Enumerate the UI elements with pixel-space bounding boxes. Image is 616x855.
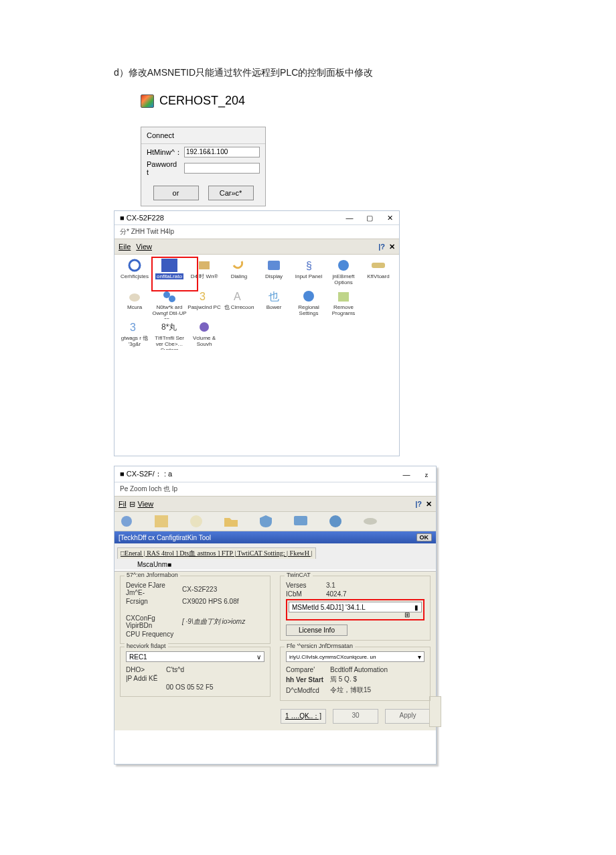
- cp-item[interactable]: 3Pasjwclnd PC: [187, 289, 222, 319]
- host-input[interactable]: 192.16&1.100: [184, 147, 260, 157]
- license-info-button[interactable]: License Info: [286, 624, 348, 636]
- cp-window-title: ■ CX-52F228: [120, 214, 164, 222]
- help-icon[interactable]: |?: [378, 243, 385, 251]
- cp-menustrip: 分* ZHH Twit H4lp: [114, 225, 399, 239]
- dialog-button-row: 1 ….QK..：] 30 Apply: [120, 709, 431, 724]
- svg-rect-5: [372, 263, 385, 268]
- close-button[interactable]: ✕: [386, 214, 394, 222]
- cerhost-icon: [141, 94, 154, 108]
- cp-item[interactable]: Dialing: [222, 259, 256, 288]
- dlg-apply-button[interactable]: Apply: [385, 709, 431, 724]
- amsnetid-highlight: MSMetId 5.4DJ1] '34.1.L ▮ ⊞: [286, 599, 425, 620]
- cp-item[interactable]: 8*丸TIfITrnfli Ser ver Cbe>… System: [152, 320, 187, 350]
- cerhost-window: CERHOST_204 Connect HtMinw^： 192.16&1.10…: [141, 94, 285, 206]
- nic-select[interactable]: REC1∨: [126, 651, 264, 662]
- twincat-group: TwinCAT Verses3.1 ICbM4024.7 MSMetId 5.4…: [280, 576, 431, 641]
- svg-point-7: [163, 291, 170, 298]
- dlg-ok-button[interactable]: 1 ….QK..：]: [281, 709, 326, 724]
- inner-titlebar: [TeckhDff cx CanfigtiratKin Tool: [119, 534, 211, 541]
- cp-item[interactable]: Cerhficjstes: [117, 259, 152, 288]
- svg-point-0: [129, 260, 140, 271]
- svg-text:也: 也: [268, 291, 279, 302]
- svg-point-6: [129, 293, 140, 302]
- cfg-toolbar-icons: [114, 512, 436, 531]
- system-info-group: 57^:en Jnformabon Device FJare Jm^E-CX-S…: [120, 576, 271, 644]
- help-icon[interactable]: |?: [415, 500, 422, 508]
- cp-item[interactable]: 3gtwags r 他 '3g&r: [117, 320, 152, 350]
- calendar-icon[interactable]: [153, 514, 169, 529]
- cp-item[interactable]: KfIVtoard: [361, 259, 396, 288]
- password-input[interactable]: [184, 163, 260, 174]
- cp-item[interactable]: Vclume & Souvh: [187, 320, 222, 350]
- globe-icon[interactable]: [327, 514, 343, 529]
- cfg-window-title: ■ CX-S2F/： : a: [120, 469, 172, 479]
- gear-icon[interactable]: [119, 514, 135, 529]
- svg-point-4: [338, 260, 349, 271]
- svg-point-17: [121, 516, 132, 527]
- svg-point-8: [169, 295, 175, 302]
- tab-strip[interactable]: □Eneral | RAS 4trol ] Dts血 asttnos ] FTP…: [114, 543, 436, 570]
- folder-icon[interactable]: [223, 514, 239, 529]
- inner-ok-button[interactable]: OK: [416, 533, 433, 541]
- svg-point-21: [329, 515, 341, 527]
- svg-rect-20: [294, 516, 307, 525]
- sidebar-stub: [429, 696, 441, 727]
- cfg-menustrip: Pe Zoom Ioch 也 Ip: [114, 482, 436, 496]
- control-panel-window: ■ CX-52F228 — ▢ ✕ 分* ZHH Twit H4lp Eile …: [114, 210, 400, 456]
- svg-rect-2: [268, 261, 280, 270]
- maximize-button[interactable]: ▢: [366, 214, 374, 222]
- toolbar-close-icon[interactable]: ✕: [389, 243, 395, 251]
- svg-point-19: [190, 515, 202, 527]
- minimize-button[interactable]: —: [345, 214, 354, 222]
- svg-rect-13: [338, 292, 349, 302]
- svg-text:§: §: [306, 260, 312, 271]
- svg-text:8*丸: 8*丸: [161, 322, 177, 332]
- ok-button[interactable]: or: [153, 186, 199, 200]
- cp-item-selected[interactable]: onfitaLrato: [152, 259, 187, 288]
- svg-rect-1: [199, 261, 210, 269]
- minimize-button[interactable]: —: [402, 470, 410, 478]
- svg-point-16: [200, 322, 209, 332]
- shield-icon[interactable]: [258, 514, 274, 529]
- amsnetid-field[interactable]: MSMetId 5.4DJ1] '34.1.L ▮: [289, 602, 422, 612]
- file-select[interactable]: iriyU.CIIvIsk.cymmsCXcuniqcure. un▾: [286, 651, 425, 662]
- config-tool-window: ■ CX-S2F/： : a — z Pe Zoom Ioch 也 Ip Fil…: [114, 466, 437, 765]
- svg-text:3: 3: [130, 322, 136, 333]
- cerhost-title: CERHOST_204: [159, 94, 245, 108]
- disk-icon[interactable]: [362, 514, 378, 529]
- connect-caption: Connect: [141, 127, 265, 144]
- cp-item[interactable]: 也Bower: [256, 289, 291, 319]
- clock-icon[interactable]: [188, 514, 204, 529]
- toolbar-close-icon[interactable]: ✕: [426, 500, 432, 509]
- maximize-button[interactable]: z: [422, 470, 431, 478]
- menu-view[interactable]: View: [138, 500, 154, 508]
- svg-text:3: 3: [200, 291, 206, 302]
- svg-text:A: A: [234, 291, 241, 302]
- heading-text: d）修改AMSNETID只能通过软件远程到PLC的控制面板中修改: [114, 67, 502, 79]
- connect-dialog: Connect HtMinw^： 192.16&1.100 Pawword t …: [141, 127, 266, 206]
- edit-icon[interactable]: ▮: [414, 604, 418, 611]
- host-label: HtMinw^：: [147, 147, 180, 157]
- dlg-cancel-button[interactable]: 30: [333, 709, 378, 724]
- cp-item[interactable]: jnEBrneft Options: [326, 259, 361, 288]
- monitor-icon[interactable]: [293, 514, 309, 529]
- menu-file[interactable]: Eile: [119, 243, 131, 251]
- cp-item[interactable]: A也 Cirrecoon: [222, 289, 256, 319]
- cp-item[interactable]: Display: [256, 259, 291, 288]
- cancel-button[interactable]: Car»c*: [208, 186, 254, 200]
- file-version-group: Ffe '^ersicn JnfDrmsatan iriyU.CIIvIsk.c…: [280, 647, 431, 701]
- menu-fil[interactable]: Fil: [119, 500, 127, 508]
- svg-point-22: [364, 518, 377, 525]
- cp-item[interactable]: Remove Programs: [326, 289, 361, 319]
- cp-item[interactable]: §Input Panel: [291, 259, 326, 288]
- password-label: Pawword t: [147, 160, 180, 176]
- cp-spacer: [361, 289, 396, 319]
- cp-item[interactable]: Mcura: [117, 289, 152, 319]
- cp-item[interactable]: Regional Settings: [291, 289, 326, 319]
- svg-rect-18: [155, 515, 168, 527]
- network-adapter-group: hecviork fIdapt REC1∨ DHO>C'ts^d |P Addi…: [120, 647, 271, 697]
- menu-view[interactable]: View: [136, 243, 152, 251]
- cp-item[interactable]: N0tw*k ard Owngf DtiI-UP ca…: [152, 289, 187, 319]
- svg-point-12: [303, 291, 314, 302]
